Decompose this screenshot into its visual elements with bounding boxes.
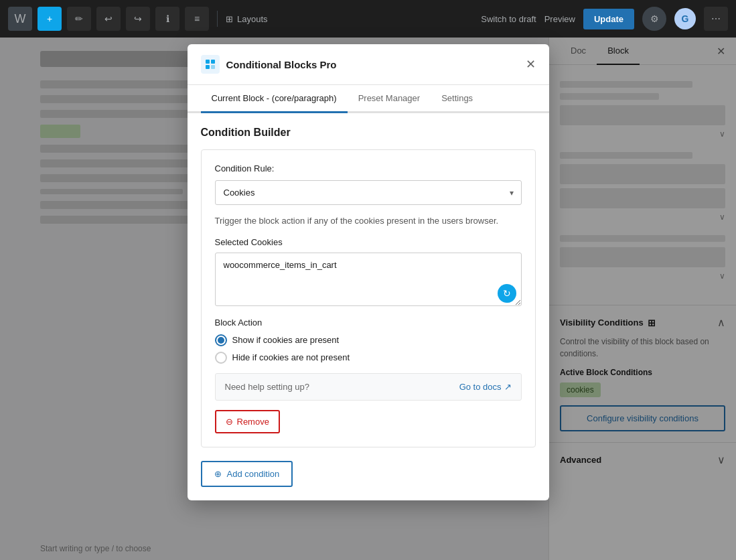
refresh-icon: ↻ — [503, 288, 511, 299]
go-docs-label: Go to docs — [459, 382, 502, 392]
wp-logo-icon[interactable]: W — [8, 7, 32, 31]
condition-description: Trigger the block action if any of the c… — [215, 214, 522, 228]
gear-icon: ⚙ — [650, 13, 659, 24]
modal-title-area: Conditional Blocks Pro — [201, 55, 337, 74]
cookies-textarea[interactable] — [215, 253, 522, 306]
radio-hide-button[interactable] — [215, 352, 227, 364]
redo-icon: ↪ — [134, 13, 142, 24]
info-button[interactable]: ℹ — [155, 7, 179, 31]
modal-close-button[interactable]: ✕ — [526, 58, 536, 70]
help-text: Need help setting up? — [225, 382, 309, 392]
cookies-textarea-wrapper: ↻ — [215, 253, 522, 308]
add-condition-label: Add condition — [227, 469, 280, 479]
more-icon: ⋯ — [711, 13, 721, 24]
condition-builder-title: Condition Builder — [201, 127, 536, 139]
layouts-text: Layouts — [237, 14, 268, 24]
wp-background: W + ✏ ↩ ↪ ℹ ≡ ⊞ Layouts Switch to draft … — [0, 0, 736, 560]
update-button[interactable]: Update — [583, 9, 634, 29]
toolbar-separator — [217, 11, 218, 27]
more-button[interactable]: ⋯ — [704, 7, 728, 31]
svg-rect-1 — [211, 60, 215, 64]
remove-label: Remove — [237, 417, 269, 427]
layouts-icon: ⊞ — [226, 14, 233, 24]
modal-header: Conditional Blocks Pro ✕ — [188, 44, 549, 85]
add-condition-icon: ⊕ — [214, 469, 222, 479]
tab-settings[interactable]: Settings — [431, 85, 484, 113]
switch-draft-button[interactable]: Switch to draft — [481, 14, 536, 24]
go-docs-link[interactable]: Go to docs ↗ — [459, 382, 512, 392]
modal-tabs: Current Block - (core/paragraph) Preset … — [188, 85, 549, 113]
undo-button[interactable]: ↩ — [96, 7, 121, 31]
list-button[interactable]: ≡ — [185, 7, 209, 31]
preview-button[interactable]: Preview — [544, 14, 575, 24]
condition-rule-select-wrapper: Cookies ▾ — [215, 180, 522, 205]
tab-preset-manager[interactable]: Preset Manager — [348, 85, 431, 113]
svg-rect-3 — [211, 65, 215, 69]
external-link-icon: ↗ — [504, 382, 512, 392]
selected-cookies-label: Selected Cookies — [215, 237, 522, 247]
redo-button[interactable]: ↪ — [126, 7, 150, 31]
condition-card: Condition Rule: Cookies ▾ Trigger the bl… — [201, 149, 536, 447]
remove-icon: ⊖ — [226, 417, 233, 427]
modal-body: Condition Builder Condition Rule: Cookie… — [188, 113, 549, 500]
add-condition-button[interactable]: ⊕ Add condition — [201, 461, 293, 487]
radio-show-label: Show if cookies are present — [232, 335, 340, 345]
remove-button[interactable]: ⊖ Remove — [215, 410, 280, 433]
svg-rect-2 — [206, 65, 210, 69]
info-icon: ℹ — [166, 13, 169, 24]
user-avatar[interactable]: G — [674, 8, 696, 29]
settings-button[interactable]: ⚙ — [642, 7, 666, 31]
user-initial: G — [682, 13, 689, 24]
radio-show-button[interactable] — [215, 334, 227, 346]
tab-current-block[interactable]: Current Block - (core/paragraph) — [201, 85, 348, 113]
undo-icon: ↩ — [104, 13, 113, 24]
modal-dialog: Conditional Blocks Pro ✕ Current Block -… — [188, 44, 549, 500]
layouts-label-area[interactable]: ⊞ Layouts — [226, 14, 268, 24]
add-icon: + — [47, 13, 52, 24]
condition-rule-select[interactable]: Cookies — [215, 180, 522, 205]
help-bar: Need help setting up? Go to docs ↗ — [215, 373, 522, 401]
add-button[interactable]: + — [38, 7, 62, 31]
condition-rule-label: Condition Rule: — [215, 163, 522, 173]
pen-icon: ✏ — [75, 13, 83, 24]
edit-button[interactable]: ✏ — [67, 7, 91, 31]
modal-title: Conditional Blocks Pro — [226, 59, 337, 70]
radio-hide-option[interactable]: Hide if cookies are not present — [215, 352, 522, 364]
list-icon: ≡ — [194, 13, 200, 24]
block-action-label: Block Action — [215, 318, 522, 328]
svg-rect-0 — [206, 60, 210, 64]
refresh-button[interactable]: ↻ — [498, 284, 516, 303]
radio-hide-label: Hide if cookies are not present — [232, 352, 350, 362]
modal-icon — [201, 55, 220, 74]
wp-toolbar: W + ✏ ↩ ↪ ℹ ≡ ⊞ Layouts Switch to draft … — [0, 0, 736, 38]
modal-overlay: Conditional Blocks Pro ✕ Current Block -… — [0, 38, 736, 560]
radio-show-option[interactable]: Show if cookies are present — [215, 334, 522, 346]
toolbar-right: Switch to draft Preview Update ⚙ G ⋯ — [481, 7, 728, 31]
wp-logo-text: W — [15, 12, 26, 26]
